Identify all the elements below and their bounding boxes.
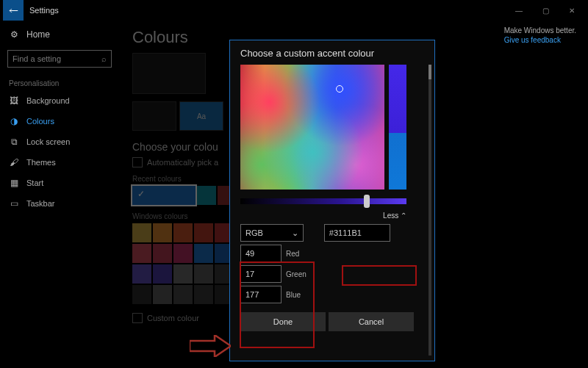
value-slider[interactable] xyxy=(240,198,406,204)
green-label: Green xyxy=(286,270,306,278)
swatch[interactable] xyxy=(132,264,151,284)
home-label: Home xyxy=(26,29,50,40)
swatch[interactable] xyxy=(132,186,196,205)
sidebar-item-colours[interactable]: ◑Colours xyxy=(0,111,119,131)
preview-thumb-aa[interactable]: Aa xyxy=(179,101,223,131)
scrollbar[interactable] xyxy=(429,65,431,356)
swatch[interactable] xyxy=(173,264,193,284)
sidebar-item-taskbar[interactable]: ▭Taskbar xyxy=(0,193,119,214)
swatch[interactable] xyxy=(132,244,151,263)
feedback-link[interactable]: Give us feedback xyxy=(504,36,576,44)
search-placeholder: Find a setting xyxy=(12,54,61,63)
sidebar: ⚙ Home Find a setting ⌕ Personalisation … xyxy=(0,21,119,368)
swatch[interactable] xyxy=(153,223,172,242)
colour-area[interactable] xyxy=(240,65,384,190)
blue-input[interactable] xyxy=(240,286,282,303)
swatch[interactable] xyxy=(194,244,213,263)
swatch[interactable] xyxy=(153,285,172,304)
swatch[interactable] xyxy=(132,285,151,304)
titlebar: 🡐 Settings — ▢ ✕ xyxy=(0,0,588,21)
colour-picker-dialog: Choose a custom accent colour Less ⌃ RGB… xyxy=(229,40,435,361)
checkbox-icon xyxy=(132,157,143,167)
checkbox-icon xyxy=(132,313,143,323)
colour-cursor-icon[interactable] xyxy=(336,85,343,93)
theme-icon: 🖌 xyxy=(9,157,19,167)
less-toggle[interactable]: Less ⌃ xyxy=(240,212,406,220)
red-label: Red xyxy=(286,250,299,258)
taskbar-icon: ▭ xyxy=(9,198,19,209)
done-button[interactable]: Done xyxy=(240,312,326,331)
sidebar-item-background[interactable]: 🖼Background xyxy=(0,90,119,111)
back-button[interactable]: 🡐 xyxy=(3,0,24,21)
swatch[interactable] xyxy=(194,223,213,242)
search-input[interactable]: Find a setting ⌕ xyxy=(7,50,112,68)
swatch[interactable] xyxy=(197,186,216,205)
svg-marker-0 xyxy=(190,335,231,357)
minimize-button[interactable]: — xyxy=(506,1,532,20)
slider-thumb[interactable] xyxy=(364,195,370,208)
blue-label: Blue xyxy=(286,291,301,299)
dialog-title: Choose a custom accent colour xyxy=(240,48,431,59)
swatch[interactable] xyxy=(194,285,213,304)
swatch[interactable] xyxy=(153,264,172,284)
swatch[interactable] xyxy=(173,285,193,304)
cancel-button[interactable]: Cancel xyxy=(329,312,414,331)
sidebar-item-lockscreen[interactable]: ⧉Lock screen xyxy=(0,131,119,152)
swatch[interactable] xyxy=(194,264,213,284)
palette-icon: ◑ xyxy=(9,116,19,126)
feedback-text: Make Windows better. xyxy=(504,26,576,35)
gear-icon: ⚙ xyxy=(9,29,19,40)
green-input[interactable] xyxy=(240,265,282,283)
chevron-down-icon: ⌄ xyxy=(292,228,298,238)
colour-preview-strip xyxy=(389,65,406,190)
swatch[interactable] xyxy=(173,244,193,263)
annotation-arrow-icon xyxy=(190,335,231,357)
lock-icon: ⧉ xyxy=(9,137,19,147)
sidebar-item-themes[interactable]: 🖌Themes xyxy=(0,152,119,173)
swatch[interactable] xyxy=(132,223,151,242)
home-link[interactable]: ⚙ Home xyxy=(0,25,119,44)
close-button[interactable]: ✕ xyxy=(559,1,585,20)
picture-icon: 🖼 xyxy=(9,95,19,106)
preview-desktop xyxy=(132,53,206,94)
category-label: Personalisation xyxy=(0,73,119,90)
colour-mode-select[interactable]: RGB⌄ xyxy=(240,224,304,242)
swatch[interactable] xyxy=(173,223,193,242)
preview-thumb[interactable] xyxy=(132,101,176,131)
swatch[interactable] xyxy=(153,244,172,263)
app-title: Settings xyxy=(29,6,59,15)
sidebar-item-start[interactable]: ▦Start xyxy=(0,173,119,193)
search-icon: ⌕ xyxy=(101,54,107,63)
hex-input[interactable] xyxy=(324,224,390,242)
feedback-panel: Make Windows better. Give us feedback xyxy=(504,26,576,44)
red-input[interactable] xyxy=(240,245,282,262)
maximize-button[interactable]: ▢ xyxy=(532,1,559,20)
chevron-up-icon: ⌃ xyxy=(401,212,406,220)
start-icon: ▦ xyxy=(9,178,19,188)
scroll-thumb[interactable] xyxy=(429,65,431,79)
